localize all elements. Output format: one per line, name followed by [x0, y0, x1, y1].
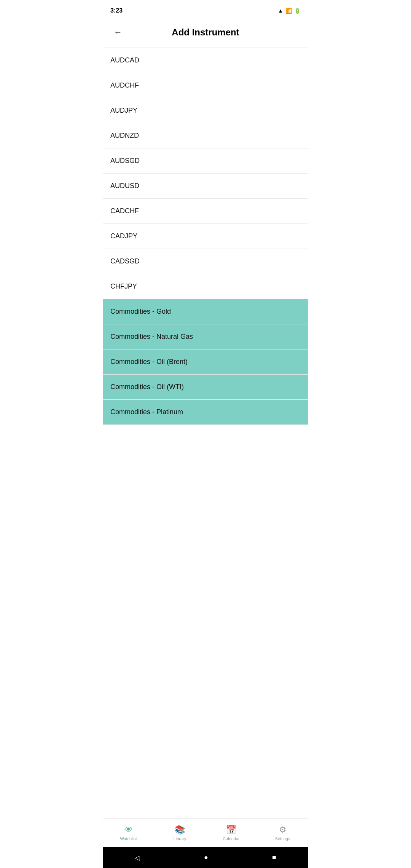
list-item[interactable]: CADSGD	[103, 249, 308, 274]
list-item[interactable]: AUDUSD	[103, 174, 308, 199]
list-item[interactable]: CHFJPY	[103, 274, 308, 299]
list-item[interactable]: AUDNZD	[103, 123, 308, 148]
instrument-name: CADCHF	[110, 207, 139, 215]
list-item[interactable]: AUDCHF	[103, 73, 308, 98]
list-item[interactable]: AUDJPY	[103, 98, 308, 123]
list-item[interactable]: CADCHF	[103, 199, 308, 224]
status-bar: 3:23 ▲ 📶 🔋	[103, 0, 308, 21]
back-arrow-icon: ←	[114, 27, 122, 37]
back-button[interactable]: ←	[110, 25, 126, 40]
instrument-name: Commodities - Platinum	[110, 408, 183, 416]
page-title: Add Instrument	[129, 27, 282, 38]
instrument-name: CADJPY	[110, 232, 137, 240]
instrument-name: Commodities - Oil (Brent)	[110, 358, 188, 365]
list-item[interactable]: AUDSGD	[103, 148, 308, 174]
instrument-name: AUDCHF	[110, 81, 139, 89]
list-item[interactable]: Commodities - Gold	[103, 299, 308, 324]
status-icons: ▲ 📶 🔋	[278, 8, 301, 14]
battery-icon: 🔋	[294, 8, 301, 14]
instrument-name: AUDUSD	[110, 182, 139, 190]
instrument-name: AUDJPY	[110, 107, 137, 114]
list-item[interactable]: Commodities - Oil (Brent)	[103, 349, 308, 375]
signal-icon: 📶	[285, 8, 292, 14]
instrument-name: Commodities - Natural Gas	[110, 333, 193, 340]
instrument-name: CADSGD	[110, 257, 140, 265]
instrument-name: AUDCAD	[110, 56, 139, 64]
list-item[interactable]: Commodities - Oil (WTI)	[103, 375, 308, 400]
list-item[interactable]: Commodities - Natural Gas	[103, 324, 308, 349]
instrument-name: Commodities - Gold	[110, 308, 171, 315]
instrument-name: AUDSGD	[110, 157, 140, 164]
list-item[interactable]: AUDCAD	[103, 48, 308, 73]
wifi-icon: ▲	[278, 8, 283, 14]
list-item[interactable]: Commodities - Platinum	[103, 400, 308, 425]
header: ← Add Instrument	[103, 21, 308, 48]
instrument-list: AUDCADAUDCHFAUDJPYAUDNZDAUDSGDAUDUSDCADC…	[103, 48, 308, 425]
list-item[interactable]: CADJPY	[103, 224, 308, 249]
instrument-name: Commodities - Oil (WTI)	[110, 383, 184, 391]
instrument-name: CHFJPY	[110, 282, 137, 290]
status-time: 3:23	[110, 7, 123, 14]
instrument-name: AUDNZD	[110, 132, 139, 139]
